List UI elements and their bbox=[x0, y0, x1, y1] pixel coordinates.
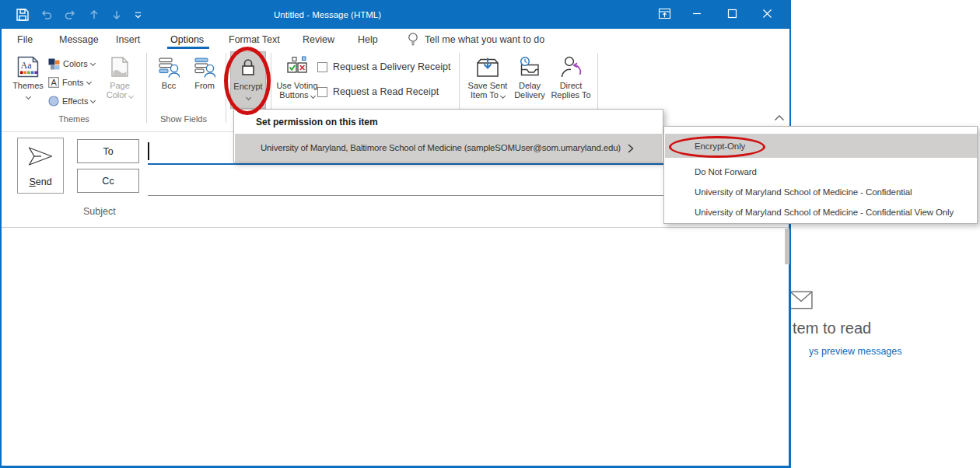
select-item-to-read-text: tem to read bbox=[793, 320, 871, 337]
request-delivery-receipt-option[interactable]: Request a Delivery Receipt bbox=[317, 61, 450, 72]
ribbon-display-options-icon[interactable] bbox=[649, 0, 680, 26]
fonts-icon: A bbox=[48, 77, 59, 88]
tab-help[interactable]: Help bbox=[358, 29, 378, 50]
titlebar: Untitled - Message (HTML) bbox=[0, 0, 791, 29]
maximize-button[interactable] bbox=[716, 0, 747, 26]
collapse-ribbon-button[interactable] bbox=[773, 114, 786, 122]
window-title: Untitled - Message (HTML) bbox=[274, 0, 381, 29]
svg-text:Aa: Aa bbox=[21, 60, 33, 71]
delay-delivery-label-line2: Delivery bbox=[514, 90, 545, 100]
group-separator bbox=[146, 53, 147, 123]
chevron-down-icon bbox=[25, 94, 30, 100]
move-down-icon[interactable] bbox=[108, 6, 125, 23]
tab-message[interactable]: Message bbox=[59, 29, 99, 50]
colors-button[interactable]: Colors bbox=[48, 56, 95, 72]
send-icon bbox=[26, 145, 54, 167]
customize-qat-icon[interactable] bbox=[129, 6, 146, 23]
move-up-icon[interactable] bbox=[86, 6, 103, 23]
read-receipt-label: Request a Read Receipt bbox=[333, 86, 439, 97]
chevron-down-icon bbox=[128, 93, 134, 99]
text-caret bbox=[148, 142, 149, 160]
from-button[interactable]: From bbox=[188, 53, 221, 90]
active-tab-underline bbox=[167, 47, 209, 49]
fonts-label: Fonts bbox=[62, 78, 84, 87]
fonts-button[interactable]: A Fonts bbox=[48, 75, 91, 90]
delay-delivery-icon bbox=[518, 53, 541, 81]
themes-icon: Aa bbox=[16, 53, 40, 81]
submenu-chevron-right-icon bbox=[628, 144, 634, 153]
colors-label: Colors bbox=[63, 59, 88, 68]
undo-icon[interactable] bbox=[38, 6, 55, 23]
page-color-button[interactable]: Page Color bbox=[100, 53, 140, 100]
themes-group-label: Themes bbox=[31, 114, 117, 124]
effects-label: Effects bbox=[62, 96, 88, 106]
from-icon bbox=[194, 53, 215, 81]
tab-format-text[interactable]: Format Text bbox=[229, 29, 280, 50]
request-read-receipt-option[interactable]: Request a Read Receipt bbox=[317, 86, 439, 97]
chevron-down-icon bbox=[90, 97, 96, 103]
set-permission-menu: Set permission on this item University o… bbox=[233, 109, 663, 162]
direct-replies-icon bbox=[559, 53, 583, 81]
minimize-button[interactable] bbox=[681, 0, 712, 26]
subject-label: Subject bbox=[83, 206, 116, 217]
menu-item-umsom-confidential-view-only[interactable]: University of Maryland School of Medicin… bbox=[665, 202, 977, 222]
use-voting-label-line1: Use Voting bbox=[276, 81, 317, 90]
themes-label: Themes bbox=[12, 81, 44, 90]
bcc-label: Bcc bbox=[162, 81, 176, 90]
send-label: Send bbox=[29, 176, 51, 187]
body-scrollbar-thumb[interactable] bbox=[785, 229, 789, 264]
svg-text:A: A bbox=[51, 78, 58, 87]
preview-messages-link[interactable]: ys preview messages bbox=[809, 346, 902, 357]
themes-button[interactable]: Aa Themes bbox=[8, 53, 48, 99]
chevron-down-icon bbox=[86, 79, 91, 84]
menu-item-do-not-forward[interactable]: Do Not Forward bbox=[665, 162, 977, 181]
read-receipt-checkbox[interactable] bbox=[317, 87, 327, 97]
direct-replies-label-line2: Replies To bbox=[551, 90, 590, 100]
annotation-circle-encrypt bbox=[224, 47, 271, 115]
permission-menu-header: Set permission on this item bbox=[256, 117, 378, 127]
close-button[interactable] bbox=[751, 0, 782, 26]
lightbulb-icon bbox=[408, 32, 418, 47]
message-window: Untitled - Message (HTML) File Message I… bbox=[0, 0, 791, 468]
voting-buttons-icon bbox=[286, 53, 308, 81]
effects-icon bbox=[48, 96, 59, 107]
chevron-down-icon bbox=[310, 93, 316, 99]
annotation-circle-encrypt-only bbox=[669, 136, 765, 158]
tab-review[interactable]: Review bbox=[303, 29, 334, 50]
show-fields-group-label: Show Fields bbox=[148, 114, 219, 124]
page-color-label-line2: Color bbox=[107, 90, 127, 100]
permission-account-label: University of Maryland, Baltimore School… bbox=[261, 143, 621, 152]
tell-me-text: Tell me what you want to do bbox=[425, 34, 544, 45]
menu-item-umsom-confidential[interactable]: University of Maryland School of Medicin… bbox=[665, 182, 977, 201]
cc-button[interactable]: Cc bbox=[77, 169, 139, 193]
chevron-down-icon bbox=[90, 60, 96, 65]
chevron-down-icon bbox=[500, 93, 506, 99]
send-button[interactable]: Send bbox=[17, 138, 64, 194]
redo-icon[interactable] bbox=[61, 6, 79, 23]
ribbon-tab-row: File Message Insert Options Format Text … bbox=[2, 29, 789, 50]
use-voting-label-line2: Buttons bbox=[279, 90, 308, 100]
save-sent-item-icon bbox=[476, 53, 499, 81]
to-button[interactable]: To bbox=[77, 139, 139, 163]
save-sent-label-line1: Save Sent bbox=[468, 81, 508, 90]
tab-file[interactable]: File bbox=[17, 29, 33, 50]
empty-state-envelope-icon bbox=[789, 288, 813, 312]
page-color-icon bbox=[109, 53, 131, 81]
delay-delivery-label-line1: Delay bbox=[519, 81, 541, 90]
message-body[interactable] bbox=[2, 228, 789, 463]
bcc-button[interactable]: Bcc bbox=[152, 53, 185, 90]
effects-button[interactable]: Effects bbox=[48, 93, 95, 109]
use-voting-buttons-button[interactable]: Use Voting Buttons bbox=[275, 53, 319, 100]
direct-replies-to-button[interactable]: Direct Replies To bbox=[549, 53, 593, 100]
from-label: From bbox=[194, 81, 215, 90]
bcc-icon bbox=[159, 53, 180, 81]
save-sent-item-to-button[interactable]: Save Sent Item To bbox=[465, 53, 510, 100]
direct-replies-label-line1: Direct bbox=[560, 81, 583, 90]
permission-account-item[interactable]: University of Maryland, Baltimore School… bbox=[235, 134, 662, 162]
screen: tem to read ys preview messages Unti bbox=[0, 0, 980, 468]
save-icon[interactable] bbox=[14, 6, 31, 23]
tab-insert[interactable]: Insert bbox=[116, 29, 140, 50]
delivery-receipt-checkbox[interactable] bbox=[317, 62, 327, 72]
tell-me-box[interactable]: Tell me what you want to do bbox=[408, 29, 544, 50]
delay-delivery-button[interactable]: Delay Delivery bbox=[512, 53, 548, 100]
